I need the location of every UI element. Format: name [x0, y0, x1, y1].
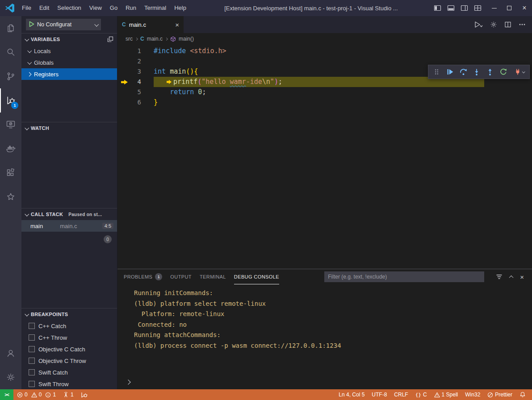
tab-main-c[interactable]: C main.c ×	[117, 16, 184, 33]
glyph-margin[interactable]	[117, 97, 130, 108]
breakpoints-section-header[interactable]: BREAKPOINTS	[21, 308, 117, 320]
panel-tab-terminal[interactable]: TERMINAL	[200, 269, 226, 284]
glyph-margin[interactable]	[117, 67, 130, 77]
activitybar-source-control[interactable]	[0, 64, 21, 88]
run-file-button[interactable]	[474, 21, 483, 28]
activitybar-remote-explorer[interactable]	[0, 112, 21, 137]
restart-button[interactable]	[497, 66, 510, 78]
start-debugging-icon[interactable]	[29, 21, 34, 29]
checkbox[interactable]	[29, 334, 35, 341]
ports-status[interactable]: 1	[59, 389, 77, 400]
current-line-arrow-icon[interactable]	[117, 77, 130, 87]
activitybar-search[interactable]	[0, 40, 21, 64]
menu-selection[interactable]: Selection	[53, 0, 85, 16]
panel-tab-output[interactable]: OUTPUT	[170, 269, 192, 284]
toggle-panel-icon[interactable]	[445, 1, 457, 15]
console-filter-input[interactable]	[324, 271, 484, 282]
files-icon	[5, 23, 16, 33]
variables-item-locals[interactable]: Locals	[21, 45, 117, 57]
problems-status[interactable]: 0 0 1	[13, 389, 59, 400]
filter-icon[interactable]	[496, 274, 503, 280]
glyph-margin[interactable]	[117, 56, 130, 67]
remote-indicator[interactable]: ><	[0, 389, 13, 400]
checkbox[interactable]	[29, 358, 35, 364]
close-button[interactable]: ×	[517, 0, 532, 16]
breadcrumb-symbol[interactable]: main()	[179, 36, 194, 42]
continue-button[interactable]	[443, 66, 457, 78]
glyph-margin[interactable]	[117, 46, 130, 56]
variables-section-header[interactable]: VARIABLES	[21, 33, 117, 45]
window-controls: ×	[486, 0, 532, 16]
toggle-secondary-sidebar-icon[interactable]	[459, 1, 470, 15]
minimize-button[interactable]	[486, 0, 502, 16]
menu-file[interactable]: File	[18, 0, 35, 16]
activitybar-accounts[interactable]	[0, 341, 21, 365]
drag-handle-button[interactable]	[430, 66, 443, 78]
breakpoint-swift-catch[interactable]: Swift Catch	[21, 367, 117, 378]
maximize-button[interactable]	[502, 0, 517, 16]
breakpoint-c-catch[interactable]: C++ Catch	[21, 320, 117, 332]
callstack-frame[interactable]: main main.c 4:5	[21, 220, 117, 232]
maximize-panel-icon[interactable]	[510, 275, 513, 279]
variables-item-globals[interactable]: Globals	[21, 57, 117, 68]
activitybar-run-and-debug[interactable]: 1	[0, 88, 21, 112]
formatter-status[interactable]: Prettier	[484, 389, 516, 400]
breakpoint-c-throw[interactable]: C++ Throw	[21, 332, 117, 343]
console-input-prompt[interactable]	[126, 378, 130, 386]
checkbox[interactable]	[29, 369, 35, 375]
cursor-position[interactable]: Ln 4, Col 5	[335, 389, 368, 400]
code-line-1[interactable]: 1#include <stdio.h>	[117, 46, 532, 56]
close-panel-icon[interactable]: ×	[520, 273, 524, 281]
checkbox[interactable]	[29, 381, 35, 387]
menu-go[interactable]: Go	[106, 0, 121, 16]
callstack-section-header[interactable]: CALL STACK Paused on st...	[21, 208, 117, 220]
checkbox[interactable]	[29, 346, 35, 352]
toggle-sidebar-icon[interactable]	[432, 1, 444, 15]
panel-tab-debug-console[interactable]: DEBUG CONSOLE	[234, 269, 279, 284]
panel-tab-problems[interactable]: PROBLEMS1	[124, 269, 162, 284]
breakpoint-objective-c-throw[interactable]: Objective C Throw	[21, 355, 117, 367]
console-line: Running attachCommands:	[134, 330, 532, 341]
breakpoint-swift-throw[interactable]: Swift Throw	[21, 378, 117, 389]
disconnect-button[interactable]	[510, 66, 528, 78]
customize-layout-icon[interactable]	[472, 1, 484, 15]
code-line-6[interactable]: 6}	[117, 97, 532, 108]
notifications-bell[interactable]	[516, 389, 529, 400]
watch-section-header[interactable]: WATCH	[21, 122, 117, 134]
glyph-margin[interactable]	[117, 87, 130, 97]
activitybar-extensions[interactable]	[0, 161, 21, 185]
split-editor-icon[interactable]	[504, 21, 511, 28]
gear-icon[interactable]	[490, 21, 497, 28]
variables-action-icon[interactable]	[107, 36, 113, 42]
code-editor[interactable]: 1#include <stdio.h>23int main(){4 printf…	[117, 45, 532, 269]
twisty-icon	[27, 48, 32, 53]
spell-checker-status[interactable]: 1 Spell	[431, 389, 462, 400]
breakpoint-objective-c-catch[interactable]: Objective C Catch	[21, 343, 117, 355]
activitybar-docker[interactable]	[0, 137, 21, 161]
breadcrumb-folder[interactable]: src	[126, 36, 133, 42]
variables-item-registers[interactable]: Registers	[21, 68, 117, 80]
menu-terminal[interactable]: Terminal	[140, 0, 170, 16]
step-out-button[interactable]	[483, 66, 497, 78]
eol-indicator[interactable]: CRLF	[390, 389, 411, 400]
activitybar-favorites[interactable]	[0, 185, 21, 209]
editor-group: C main.c × src C main.c main()	[117, 16, 532, 389]
step-into-button[interactable]	[470, 66, 483, 78]
platform-indicator[interactable]: Win32	[461, 389, 484, 400]
more-actions-icon[interactable]	[519, 21, 526, 28]
activitybar-settings[interactable]	[0, 365, 21, 389]
launch-config-dropdown[interactable]: No Configurat	[26, 19, 101, 30]
language-mode[interactable]: {}C	[412, 389, 431, 400]
close-tab-icon[interactable]: ×	[175, 21, 179, 28]
breadcrumb-file[interactable]: main.c	[147, 36, 163, 42]
step-over-button[interactable]	[457, 66, 470, 78]
debug-status[interactable]	[77, 389, 91, 400]
menu-run[interactable]: Run	[121, 0, 140, 16]
checkbox[interactable]	[29, 323, 35, 329]
menu-help[interactable]: Help	[170, 0, 190, 16]
menu-view[interactable]: View	[85, 0, 106, 16]
code-line-5[interactable]: 5 return 0;	[117, 87, 532, 97]
activitybar-explorer[interactable]	[0, 16, 21, 40]
menu-edit[interactable]: Edit	[35, 0, 53, 16]
encoding-indicator[interactable]: UTF-8	[368, 389, 390, 400]
